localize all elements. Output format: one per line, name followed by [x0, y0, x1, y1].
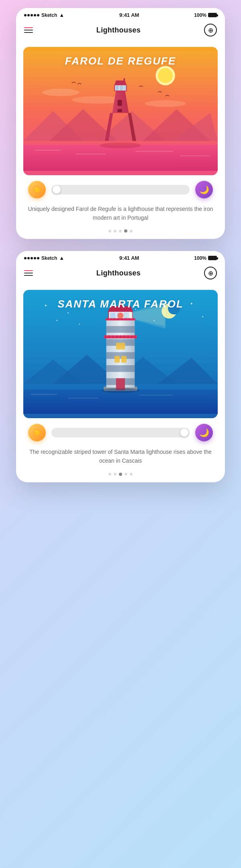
status-time-2: 9:41 AM — [119, 255, 139, 261]
status-bar-2: Sketch ▲ 9:41 AM 100% — [16, 251, 225, 263]
svg-rect-45 — [23, 390, 218, 414]
dot-1-1[interactable] — [108, 230, 111, 233]
signal-dot — [27, 257, 30, 259]
svg-point-5 — [145, 100, 186, 107]
dot-1-3[interactable] — [119, 230, 122, 233]
svg-rect-24 — [124, 86, 126, 90]
moon-button-2[interactable]: 🌙 — [195, 424, 213, 441]
page-title-2: Lighthouses — [96, 269, 141, 277]
signal-dots-2 — [24, 257, 39, 259]
wifi-icon-2: ▲ — [59, 255, 64, 261]
svg-point-37 — [79, 324, 80, 325]
phone-card-1: Sketch ▲ 9:41 AM 100% Lighthouses ⊕ — [16, 8, 225, 239]
dot-1-4[interactable] — [124, 229, 127, 233]
svg-rect-82 — [106, 318, 135, 321]
sun-icon-1: ☀️ — [32, 185, 42, 194]
svg-rect-22 — [115, 86, 119, 90]
signal-dot — [27, 14, 30, 16]
svg-rect-54 — [106, 365, 135, 372]
status-left-1: Sketch ▲ — [24, 12, 64, 18]
page-title-1: Lighthouses — [96, 26, 141, 34]
dot-2-1[interactable] — [108, 473, 111, 475]
signal-dot — [34, 14, 36, 16]
card-image-santa: SANTA MARTA FAROL — [23, 290, 218, 418]
signal-dot — [31, 257, 33, 259]
status-bar-1: Sketch ▲ 9:41 AM 100% — [16, 8, 225, 20]
menu-line-2 — [24, 30, 33, 30]
dots-row-1 — [16, 228, 225, 239]
svg-rect-58 — [114, 356, 120, 363]
svg-rect-56 — [116, 343, 120, 350]
sun-button-2[interactable]: ☀️ — [28, 424, 46, 441]
signal-dot — [34, 257, 36, 259]
svg-rect-53 — [106, 352, 135, 359]
signal-dot — [24, 14, 27, 16]
toggle-row-2: ☀️ 🌙 — [16, 418, 225, 445]
nav-bar-2: Lighthouses ⊕ — [16, 263, 225, 284]
signal-dots-1 — [24, 14, 39, 16]
card-title-1: FAROL DE REGUFE — [23, 55, 218, 67]
svg-rect-20 — [118, 109, 122, 112]
card-title-2: SANTA MARTA FAROL — [23, 298, 218, 310]
battery-fill-2 — [208, 256, 216, 260]
card-description-2: The recognizable striped tower of Santa … — [16, 445, 225, 471]
dots-row-2 — [16, 471, 225, 482]
menu-icon-1[interactable] — [24, 27, 33, 33]
sun-icon-2: ☀️ — [32, 428, 42, 437]
battery-icon-2 — [208, 256, 217, 260]
nav-bar-1: Lighthouses ⊕ — [16, 20, 225, 41]
toggle-track-1[interactable] — [51, 185, 190, 194]
battery-fill-1 — [208, 13, 216, 17]
svg-point-30 — [67, 313, 69, 314]
wifi-icon: ▲ — [59, 12, 64, 18]
menu-line-2 — [24, 273, 33, 273]
card-image-wrapper-1: FAROL DE REGUFE — [16, 41, 225, 175]
card-image-farol: FAROL DE REGUFE — [23, 47, 218, 175]
svg-rect-11 — [23, 145, 218, 171]
menu-line-3 — [24, 275, 33, 276]
dot-2-5[interactable] — [130, 473, 133, 475]
toggle-row-1: ☀️ 🌙 — [16, 175, 225, 202]
signal-dot — [24, 257, 27, 259]
moon-icon-2: 🌙 — [199, 428, 209, 437]
svg-point-3 — [42, 89, 80, 96]
signal-dot — [31, 14, 33, 16]
status-left-2: Sketch ▲ — [24, 255, 64, 261]
svg-rect-59 — [121, 356, 127, 363]
toggle-thumb-1 — [53, 186, 61, 194]
dot-2-4[interactable] — [125, 473, 127, 475]
battery-label-2: 100% — [194, 255, 206, 261]
compass-button-2[interactable]: ⊕ — [204, 267, 217, 279]
carrier-label-2: Sketch — [41, 255, 57, 261]
svg-rect-51 — [106, 326, 135, 333]
dot-2-3[interactable] — [119, 473, 122, 476]
battery-icon-1 — [208, 13, 217, 17]
card-description-1: Uniquely designed Farol de Regufe is a l… — [16, 202, 225, 228]
compass-button-1[interactable]: ⊕ — [204, 24, 217, 36]
dot-1-2[interactable] — [114, 230, 116, 233]
svg-point-91 — [101, 388, 140, 393]
carrier-label: Sketch — [41, 12, 57, 18]
card-image-wrapper-2: SANTA MARTA FAROL — [16, 284, 225, 418]
svg-rect-26 — [123, 78, 125, 81]
dot-2-2[interactable] — [114, 473, 116, 475]
svg-rect-57 — [120, 343, 125, 350]
status-right-1: 100% — [194, 12, 217, 18]
svg-point-35 — [56, 320, 57, 321]
moon-icon-1: 🌙 — [199, 185, 209, 194]
menu-icon-2[interactable] — [24, 270, 33, 276]
dot-1-5[interactable] — [130, 230, 133, 233]
svg-point-34 — [202, 316, 203, 318]
menu-line-3 — [24, 32, 33, 33]
toggle-thumb-2 — [180, 429, 188, 437]
signal-dot — [37, 257, 39, 259]
sun-button-1[interactable]: ☀️ — [28, 181, 46, 198]
phone-card-2: Sketch ▲ 9:41 AM 100% Lighthouses ⊕ — [16, 251, 225, 482]
moon-button-1[interactable]: 🌙 — [195, 181, 213, 198]
battery-label: 100% — [194, 12, 206, 18]
toggle-track-2[interactable] — [51, 428, 190, 437]
status-right-2: 100% — [194, 255, 217, 261]
signal-dot — [37, 14, 39, 16]
svg-point-2 — [158, 68, 173, 83]
svg-point-75 — [118, 313, 124, 319]
